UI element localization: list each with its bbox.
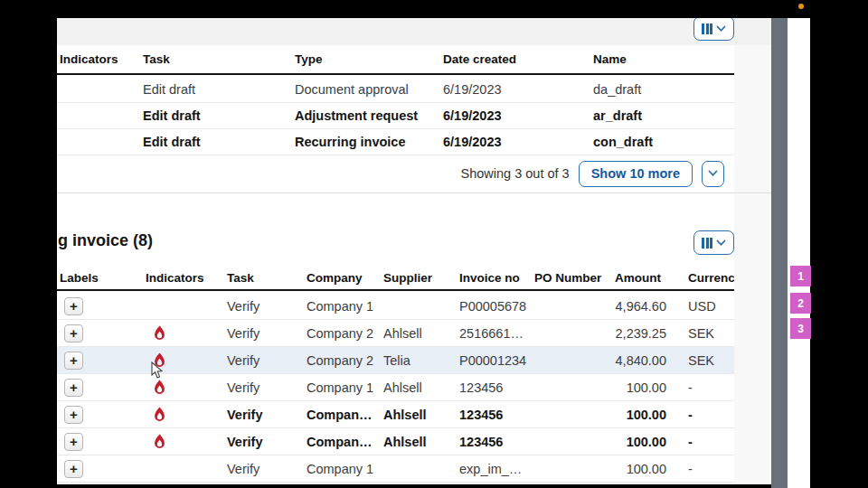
amount-cell: 100.00	[602, 455, 668, 482]
name-cell: da_draft	[590, 77, 734, 102]
indicators-cell	[143, 374, 224, 400]
task-cell: Edit draft	[140, 129, 292, 155]
table-row[interactable]: + Verify Company 1 P00005678 4,964.60 US…	[57, 293, 734, 320]
supplier-cell: Ahlsell	[381, 428, 457, 455]
column-header-indicators: Indicators	[57, 52, 140, 66]
task-cell: Verify	[224, 293, 304, 319]
right-gutter	[734, 18, 771, 484]
table-row[interactable]: Edit draft Adjustment request 6/19/2023 …	[57, 103, 734, 129]
annotation-badge[interactable]: 3	[790, 318, 811, 339]
add-label-button[interactable]: +	[64, 352, 83, 370]
show-more-button[interactable]: Show 10 more	[579, 161, 693, 187]
invoice-no-cell: 123456	[457, 401, 532, 427]
add-label-button[interactable]: +	[64, 406, 83, 424]
labels-cell: +	[57, 320, 143, 346]
type-cell: Document approval	[292, 77, 440, 102]
po-number-cell	[532, 320, 602, 346]
task-cell: Edit draft	[140, 77, 292, 102]
po-number-cell	[532, 374, 602, 400]
add-label-button[interactable]: +	[64, 324, 83, 343]
add-label-button[interactable]: +	[64, 433, 83, 451]
chevron-down-icon	[716, 239, 726, 247]
showing-count-text: Showing 3 out of 3	[461, 166, 570, 181]
supplier-cell: Ahlsell	[381, 401, 457, 427]
task-cell: Verify	[224, 347, 304, 373]
column-header-amount: Amount	[602, 271, 668, 285]
column-header-name: Name	[590, 52, 734, 66]
amount-cell: 4,840.00	[602, 347, 668, 373]
add-label-button[interactable]: +	[64, 379, 83, 397]
column-header-company: Company	[304, 271, 381, 285]
indicators-cell	[143, 347, 224, 373]
page-size-dropdown-button[interactable]	[702, 161, 724, 187]
draft-column-picker-button[interactable]	[693, 18, 734, 41]
table-row[interactable]: + Verify Compan… Ahlsell 123456 100.00 -	[57, 401, 734, 428]
flame-icon[interactable]	[153, 407, 166, 422]
labels-cell: +	[57, 401, 143, 427]
name-cell: ar_draft	[590, 103, 734, 128]
company-cell: Company 1	[304, 293, 381, 319]
supplier-cell: Ahlsell	[381, 320, 457, 346]
invoice-no-cell: P00005678	[457, 293, 532, 319]
flame-icon[interactable]	[153, 325, 166, 341]
invoice-no-cell: P00001234	[457, 347, 532, 373]
currency-cell: -	[668, 401, 734, 427]
currency-cell: USD	[668, 293, 734, 319]
flame-icon[interactable]	[153, 434, 166, 449]
column-header-po-number: PO Number	[532, 271, 602, 285]
amount-cell: 100.00	[602, 374, 668, 400]
table-row[interactable]: + Verify Company 1 Ahlsell 123456 100.00…	[57, 374, 734, 401]
table-row[interactable]: + Verify Company 1 exp_im_… 100.00 -	[57, 455, 734, 483]
labels-cell: +	[57, 347, 143, 373]
supplier-cell	[381, 293, 457, 319]
type-cell: Adjustment request	[292, 103, 440, 128]
amount-cell: 100.00	[602, 428, 668, 455]
task-cell: Edit draft	[140, 103, 292, 128]
supplier-cell	[381, 455, 457, 482]
column-header-invoice-no: Invoice no	[457, 271, 532, 285]
annotation-badge-strip: 1 2 3	[788, 18, 810, 488]
annotation-badge[interactable]: 2	[790, 293, 811, 314]
date-created-cell: 6/19/2023	[440, 129, 590, 155]
add-label-button[interactable]: +	[64, 297, 83, 315]
amount-cell: 4,964.60	[602, 293, 668, 319]
table-row[interactable]: + Verify Company 2 Ahlsell 2516661… 2,23…	[57, 320, 734, 347]
notification-dot	[798, 4, 804, 9]
column-header-supplier: Supplier	[381, 271, 457, 285]
table-row[interactable]: Edit draft Recurring invoice 6/19/2023 c…	[57, 129, 734, 155]
po-number-cell	[532, 293, 602, 319]
column-header-task: Task	[140, 52, 292, 66]
vertical-scrollbar[interactable]	[771, 18, 788, 488]
section-divider	[57, 192, 771, 193]
task-cell: Verify	[224, 320, 304, 346]
column-header-task: Task	[224, 271, 304, 285]
column-header-labels: Labels	[57, 271, 143, 285]
labels-cell: +	[57, 374, 143, 400]
po-number-cell	[532, 401, 602, 427]
table-row[interactable]: + Verify Company 2 Telia P00001234 4,840…	[57, 347, 734, 374]
column-header-currency: Currency	[668, 271, 734, 285]
invoice-no-cell: 2516661…	[457, 320, 532, 346]
indicators-cell	[57, 77, 140, 102]
table-row[interactable]: + Verify Compan… Ahlsell 123456 100.00 -	[57, 428, 734, 455]
add-label-button[interactable]: +	[64, 460, 83, 478]
indicators-cell	[57, 129, 140, 155]
currency-cell: SEK	[668, 347, 734, 373]
draft-table-toolbar	[57, 18, 771, 45]
flame-icon[interactable]	[153, 352, 166, 368]
draft-table-header: Indicators Task Type Date created Name	[57, 45, 734, 75]
annotation-badge[interactable]: 1	[790, 266, 811, 286]
flame-icon[interactable]	[153, 380, 166, 395]
supplier-cell: Telia	[381, 347, 457, 373]
currency-cell: -	[668, 428, 734, 455]
task-cell: Verify	[224, 401, 304, 427]
indicators-cell	[143, 428, 224, 455]
company-cell: Compan…	[304, 401, 381, 427]
invoice-no-cell: 123456	[457, 428, 532, 455]
invoice-column-picker-button[interactable]	[693, 230, 734, 255]
main-content-panel: Indicators Task Type Date created Name E…	[57, 18, 771, 484]
po-number-cell	[532, 347, 602, 373]
table-row[interactable]: Edit draft Document approval 6/19/2023 d…	[57, 77, 734, 103]
labels-cell: +	[57, 293, 143, 319]
chevron-down-icon	[716, 25, 726, 33]
